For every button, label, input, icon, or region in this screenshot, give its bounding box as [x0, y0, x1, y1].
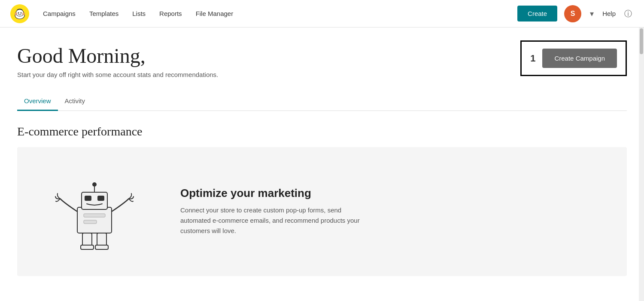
nav-file-manager[interactable]: File Manager	[196, 8, 234, 19]
svg-rect-15	[84, 214, 105, 217]
tabs-list: Overview Activity	[17, 92, 627, 111]
greeting-section: Good Morning, Start your day off right w…	[17, 45, 520, 78]
nav-templates[interactable]: Templates	[89, 8, 118, 19]
svg-point-6	[23, 12, 25, 15]
settings-icon[interactable]: ⓘ	[623, 7, 634, 21]
svg-rect-11	[82, 233, 92, 246]
scrollbar-thumb[interactable]	[640, 28, 643, 54]
svg-point-4	[21, 12, 22, 13]
logo[interactable]	[10, 4, 29, 23]
ecommerce-content: Optimize your marketing Connect your sto…	[180, 187, 601, 236]
robot-illustration	[43, 164, 146, 259]
ecommerce-title: Optimize your marketing	[180, 187, 601, 200]
svg-rect-12	[97, 233, 106, 246]
nav-links: Campaigns Templates Lists Reports File M…	[43, 8, 517, 19]
main-content: Good Morning, Start your day off right w…	[0, 28, 644, 276]
create-campaign-wrapper: 1 Create Campaign	[520, 40, 627, 76]
create-button[interactable]: Create	[517, 6, 557, 22]
svg-rect-16	[84, 220, 97, 224]
greeting-subtitle: Start your day off right with some accou…	[17, 71, 520, 78]
svg-point-2	[16, 9, 24, 16]
svg-point-18	[93, 183, 96, 186]
tab-activity[interactable]: Activity	[58, 92, 92, 111]
svg-point-3	[18, 12, 19, 13]
ecommerce-section: Optimize your marketing Connect your sto…	[17, 147, 627, 276]
svg-rect-13	[81, 245, 94, 249]
svg-rect-9	[85, 196, 91, 200]
create-campaign-button[interactable]: Create Campaign	[542, 49, 617, 68]
section-title: E-commerce performance	[17, 125, 627, 138]
nav-reports[interactable]: Reports	[159, 8, 182, 19]
avatar[interactable]: S	[564, 5, 581, 22]
ecommerce-description: Connect your store to create custom pop-…	[180, 205, 369, 236]
page-header: Good Morning, Start your day off right w…	[17, 45, 627, 78]
navbar-right: Create S ▾ Help ⓘ	[517, 5, 634, 22]
svg-rect-8	[82, 192, 107, 209]
svg-point-5	[15, 12, 17, 15]
tabs-section: Overview Activity	[17, 92, 627, 111]
tab-overview[interactable]: Overview	[17, 92, 58, 111]
step-number: 1	[530, 53, 535, 64]
greeting-title: Good Morning,	[17, 45, 520, 68]
svg-rect-14	[95, 245, 108, 249]
nav-campaigns[interactable]: Campaigns	[43, 8, 76, 19]
svg-rect-10	[98, 196, 104, 200]
dropdown-icon[interactable]: ▾	[588, 7, 595, 20]
scrollbar-track[interactable]	[639, 28, 644, 301]
nav-lists[interactable]: Lists	[132, 8, 146, 19]
help-link[interactable]: Help	[602, 10, 616, 17]
navbar: Campaigns Templates Lists Reports File M…	[0, 0, 644, 28]
